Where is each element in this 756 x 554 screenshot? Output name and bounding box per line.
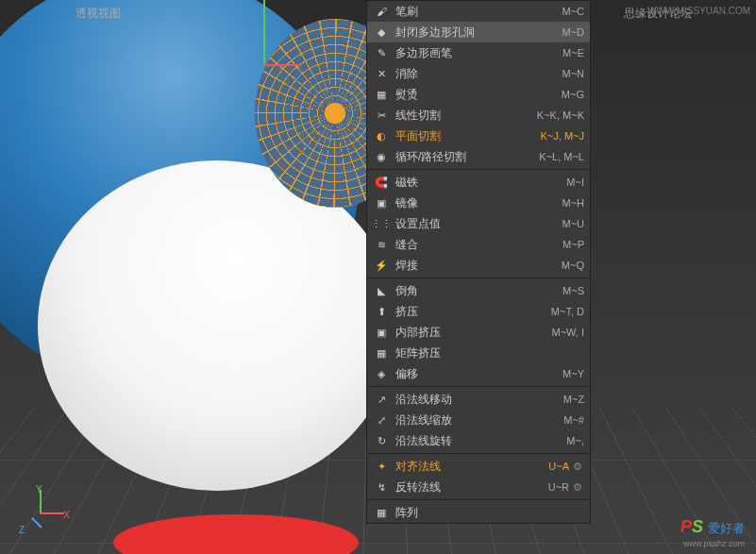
menu-item-label: 偏移	[395, 366, 555, 382]
menu-item-line-cut[interactable]: ✂线性切割K~K, M~K	[367, 105, 590, 126]
watermark-logo: PS 爱好者	[680, 517, 745, 537]
axis-widget[interactable]: Y X Z	[17, 490, 64, 537]
gizmo-x-axis[interactable]	[263, 64, 301, 66]
menu-item-bevel[interactable]: ◣倒角M~S	[367, 280, 590, 301]
menu-item-label: 缝合	[395, 237, 555, 253]
menu-item-label: 笔刷	[395, 4, 554, 20]
menu-item-brush[interactable]: 🖌笔刷M~C	[367, 1, 590, 22]
magnet-icon: 🧲	[373, 174, 390, 191]
menu-item-shortcut: U~A	[548, 461, 569, 472]
menu-item-stitch[interactable]: ≋缝合M~P	[367, 234, 590, 255]
stitch-icon: ≋	[373, 236, 390, 253]
menu-item-shortcut: M~D	[562, 26, 584, 38]
gear-icon[interactable]: ⚙	[573, 481, 584, 494]
menu-item-label: 沿法线旋转	[395, 433, 559, 449]
scale-normal-icon: ⤢	[373, 411, 390, 428]
loop-path-cut-icon: ◉	[373, 148, 390, 165]
viewport-label: 透视视图	[76, 6, 121, 22]
menu-item-shortcut: M~,	[566, 435, 584, 446]
menu-item-shortcut: M~W, I	[551, 327, 584, 338]
menu-item-shortcut: M~N	[562, 68, 584, 79]
menu-item-shortcut: M~H	[562, 197, 584, 209]
menu-item-shortcut: K~K, M~K	[537, 109, 584, 121]
mirror-icon: ▣	[373, 194, 390, 211]
gear-icon[interactable]: ⚙	[573, 461, 584, 473]
menu-item-magnet[interactable]: 🧲磁铁M~I	[367, 172, 590, 193]
menu-item-label: 内部挤压	[395, 325, 544, 341]
menu-item-label: 多边形画笔	[395, 45, 555, 61]
menu-item-mirror[interactable]: ▣镜像M~H	[367, 193, 590, 213]
menu-item-shortcut: M~Z	[563, 394, 584, 405]
menu-item-array[interactable]: ▦阵列	[367, 502, 590, 523]
menu-item-shortcut: M~S	[563, 285, 584, 296]
menu-item-rotate-normal[interactable]: ↻沿法线旋转M~,	[367, 430, 590, 451]
brush-icon: 🖌	[373, 3, 390, 20]
menu-item-label: 线性切割	[395, 108, 529, 124]
extrude-icon: ⬆	[373, 303, 390, 320]
menu-item-shortcut: K~J, M~J	[541, 130, 584, 142]
menu-item-weld[interactable]: ⚡焊接M~Q	[367, 255, 590, 276]
menu-item-move-normal[interactable]: ↗沿法线移动M~Z	[367, 389, 590, 410]
menu-item-set-point-value[interactable]: ⋮⋮设置点值M~U	[367, 213, 590, 234]
menu-item-label: 阵列	[395, 505, 577, 521]
menu-item-label: 焊接	[395, 258, 554, 274]
menu-item-plane-cut[interactable]: ◐平面切割K~J, M~J	[367, 126, 590, 146]
model-face[interactable]	[38, 160, 396, 491]
array-icon: ▦	[373, 504, 390, 521]
menu-item-label: 封闭多边形孔洞	[395, 25, 554, 41]
transform-gizmo[interactable]	[250, 0, 278, 85]
menu-item-label: 平面切割	[395, 128, 533, 144]
plane-cut-icon: ◐	[373, 127, 390, 144]
menu-separator	[367, 386, 590, 387]
menu-item-offset[interactable]: ◈偏移M~Y	[367, 363, 590, 384]
menu-item-shortcut: M~G	[562, 89, 584, 100]
menu-item-polygon-pen[interactable]: ✎多边形画笔M~E	[367, 42, 590, 63]
menu-item-label: 反转法线	[395, 479, 541, 495]
menu-item-align-normals[interactable]: ✦对齐法线U~A⚙	[367, 456, 590, 477]
weld-icon: ⚡	[373, 257, 390, 274]
menu-item-label: 沿法线移动	[395, 392, 556, 408]
menu-item-iron[interactable]: ▦熨烫M~G	[367, 84, 590, 105]
menu-item-matrix-extrude[interactable]: ▦矩阵挤压	[367, 343, 590, 363]
menu-item-dissolve[interactable]: ✕消除M~N	[367, 63, 590, 84]
menu-separator	[367, 277, 590, 278]
menu-item-inner-extrude[interactable]: ▣内部挤压M~W, I	[367, 322, 590, 343]
reverse-normals-icon: ↯	[373, 478, 390, 495]
menu-item-shortcut: M~T, D	[551, 306, 584, 317]
menu-item-reverse-normals[interactable]: ↯反转法线U~R⚙	[367, 477, 590, 497]
menu-item-label: 沿法线缩放	[395, 412, 556, 428]
menu-item-label: 循环/路径切割	[395, 149, 531, 165]
menu-item-extrude[interactable]: ⬆挤压M~T, D	[367, 301, 590, 322]
menu-item-shortcut: M~P	[563, 239, 584, 250]
menu-item-label: 设置点值	[395, 216, 554, 232]
watermark-url: WWW.MISSYUAN.COM	[647, 6, 750, 16]
menu-item-loop-path-cut[interactable]: ◉循环/路径切割K~L, M~L	[367, 146, 590, 167]
dissolve-icon: ✕	[373, 65, 390, 82]
context-menu: 🖌笔刷M~C◆封闭多边形孔洞M~D✎多边形画笔M~E✕消除M~N▦熨烫M~G✂线…	[366, 0, 591, 524]
offset-icon: ◈	[373, 365, 390, 382]
align-normals-icon: ✦	[373, 458, 390, 475]
move-normal-icon: ↗	[373, 391, 390, 408]
menu-item-shortcut: M~I	[566, 176, 584, 188]
menu-item-label: 镜像	[395, 195, 554, 211]
menu-item-label: 倒角	[395, 283, 555, 299]
menu-item-label: 对齐法线	[395, 459, 541, 475]
menu-separator	[367, 169, 590, 170]
menu-item-label: 消除	[395, 66, 554, 82]
menu-item-shortcut: M~C	[562, 6, 584, 17]
menu-item-close-polygon-hole[interactable]: ◆封闭多边形孔洞M~D	[367, 22, 590, 42]
menu-item-shortcut: U~R	[548, 481, 569, 493]
menu-item-scale-normal[interactable]: ⤢沿法线缩放M~#	[367, 410, 590, 430]
iron-icon: ▦	[373, 86, 390, 103]
menu-item-label: 熨烫	[395, 87, 554, 103]
menu-item-label: 磁铁	[395, 175, 559, 191]
menu-item-shortcut: M~U	[562, 218, 584, 229]
gizmo-y-axis[interactable]	[263, 0, 265, 66]
menu-separator	[367, 499, 590, 500]
watermark-url2: www.psahz.com	[683, 539, 745, 548]
set-point-value-icon: ⋮⋮	[373, 215, 390, 232]
line-cut-icon: ✂	[373, 107, 390, 124]
menu-item-shortcut: K~L, M~L	[539, 151, 584, 162]
menu-separator	[367, 453, 590, 454]
inner-extrude-icon: ▣	[373, 324, 390, 341]
